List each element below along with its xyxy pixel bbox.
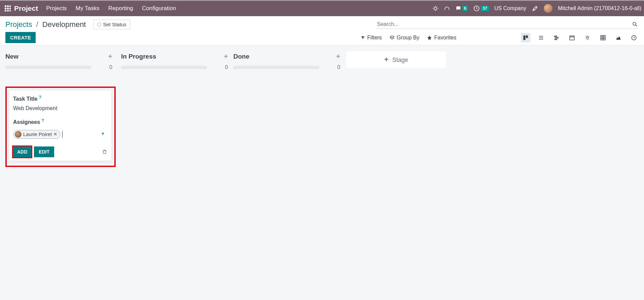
- user-name[interactable]: Mitchell Admin (21700412-16-0-all): [558, 5, 641, 11]
- support-icon[interactable]: [444, 5, 450, 11]
- column-progress: [121, 66, 207, 69]
- help-icon[interactable]: ?: [39, 95, 41, 100]
- nav-reporting[interactable]: Reporting: [108, 5, 133, 11]
- filters-button[interactable]: Filters: [361, 35, 382, 41]
- svg-rect-8: [570, 36, 574, 40]
- edit-button[interactable]: EDIT: [34, 146, 54, 157]
- user-avatar[interactable]: [544, 4, 553, 13]
- remove-chip-icon[interactable]: ✕: [53, 132, 57, 137]
- messages-icon[interactable]: 6: [455, 5, 468, 11]
- activities-icon[interactable]: 37: [473, 5, 489, 12]
- nav-configuration[interactable]: Configuration: [142, 5, 176, 11]
- add-stage-button[interactable]: + Stage: [346, 51, 447, 68]
- gantt-view-icon[interactable]: [552, 33, 561, 42]
- add-stage-label: Stage: [392, 57, 408, 63]
- svg-rect-7: [555, 39, 557, 39]
- column-count: 0: [109, 64, 112, 70]
- map-view-icon[interactable]: [583, 33, 592, 42]
- assignee-name: Laurie Poiret: [23, 131, 52, 137]
- nav-projects[interactable]: Projects: [46, 5, 67, 11]
- column-title[interactable]: Done: [233, 53, 336, 60]
- nav-my-tasks[interactable]: My Tasks: [76, 5, 100, 11]
- dropdown-caret-icon[interactable]: ▼: [101, 131, 105, 136]
- set-status-label: Set Status: [103, 22, 126, 27]
- list-view-icon[interactable]: [536, 33, 546, 42]
- assignees-label: Assignees ?: [13, 118, 107, 125]
- create-button[interactable]: CREATE: [5, 32, 36, 43]
- trash-icon[interactable]: [102, 149, 107, 155]
- app-brand[interactable]: Project: [14, 4, 38, 12]
- assignee-chip[interactable]: Laurie Poiret ✕: [13, 130, 60, 139]
- svg-rect-3: [523, 35, 525, 40]
- apps-icon[interactable]: [5, 5, 11, 11]
- svg-rect-6: [555, 37, 558, 38]
- filters-label: Filters: [367, 35, 382, 41]
- favorites-button[interactable]: Favorites: [427, 35, 456, 41]
- column-progress: [233, 66, 319, 69]
- search-box[interactable]: [376, 20, 639, 29]
- highlight-annotation: Task Title ? Web Development Assignees ?…: [5, 87, 116, 167]
- svg-point-0: [434, 7, 437, 10]
- tools-icon[interactable]: [532, 5, 538, 12]
- activities-badge: 37: [481, 6, 489, 11]
- column-title[interactable]: In Progress: [121, 53, 224, 60]
- column-title[interactable]: New: [5, 53, 108, 60]
- breadcrumb: Projects / Development: [5, 20, 86, 29]
- column-count: 0: [225, 64, 228, 70]
- quick-add-icon[interactable]: +: [336, 52, 340, 61]
- plus-icon: +: [384, 55, 389, 64]
- set-status-button[interactable]: Set Status: [93, 20, 130, 29]
- kanban-view-icon[interactable]: [521, 33, 530, 42]
- view-switcher: [521, 33, 639, 42]
- calendar-view-icon[interactable]: [567, 33, 577, 42]
- text-cursor: [62, 131, 63, 138]
- kanban-column-wrapper: New + 0 Task Title ? Web Development Ass…: [5, 51, 116, 167]
- svg-rect-10: [601, 35, 605, 40]
- svg-rect-4: [526, 35, 528, 38]
- help-icon[interactable]: ?: [42, 118, 44, 123]
- bug-icon[interactable]: [432, 5, 439, 11]
- activity-view-icon[interactable]: [629, 33, 639, 42]
- svg-point-9: [587, 37, 588, 37]
- breadcrumb-current: Development: [42, 20, 86, 29]
- search-options: Filters Group By Favorites: [361, 33, 639, 42]
- status-dot-icon: [97, 23, 101, 27]
- group-by-button[interactable]: Group By: [389, 35, 420, 41]
- kanban-board: New + 0 Task Title ? Web Development Ass…: [0, 45, 644, 172]
- favorites-label: Favorites: [434, 35, 456, 41]
- breadcrumb-root[interactable]: Projects: [5, 20, 32, 29]
- messages-badge: 6: [462, 6, 468, 11]
- quick-create-card: Task Title ? Web Development Assignees ?…: [9, 90, 112, 161]
- kanban-column-in-progress: In Progress + 0: [121, 51, 228, 70]
- svg-point-2: [633, 22, 636, 25]
- main-nav: Projects My Tasks Reporting Configuratio…: [46, 5, 183, 12]
- quick-add-icon[interactable]: +: [108, 52, 112, 61]
- column-count: 0: [337, 64, 340, 70]
- topbar: Project Projects My Tasks Reporting Conf…: [0, 0, 644, 16]
- search-icon[interactable]: [632, 21, 638, 27]
- kanban-column-done: Done + 0: [233, 51, 340, 70]
- pivot-view-icon[interactable]: [598, 33, 608, 42]
- kanban-column-new: New + 0: [5, 51, 112, 70]
- svg-rect-5: [554, 36, 557, 36]
- column-progress: [5, 66, 91, 69]
- add-button[interactable]: ADD: [13, 146, 31, 157]
- quick-add-icon[interactable]: +: [224, 52, 228, 61]
- search-input[interactable]: [377, 21, 632, 27]
- group-by-label: Group By: [397, 35, 420, 41]
- control-panel: Projects / Development Set Status CREATE…: [0, 16, 644, 45]
- assignee-avatar: [15, 131, 22, 138]
- task-title-input[interactable]: Web Development: [13, 105, 107, 111]
- graph-view-icon[interactable]: [614, 33, 623, 42]
- company-switcher[interactable]: US Company: [494, 5, 526, 11]
- breadcrumb-sep: /: [36, 20, 38, 29]
- assignees-input[interactable]: Laurie Poiret ✕ ▼: [13, 129, 107, 140]
- topbar-right: 6 37 US Company Mitchell Admin (21700412…: [432, 4, 641, 13]
- task-title-label: Task Title ?: [13, 95, 107, 102]
